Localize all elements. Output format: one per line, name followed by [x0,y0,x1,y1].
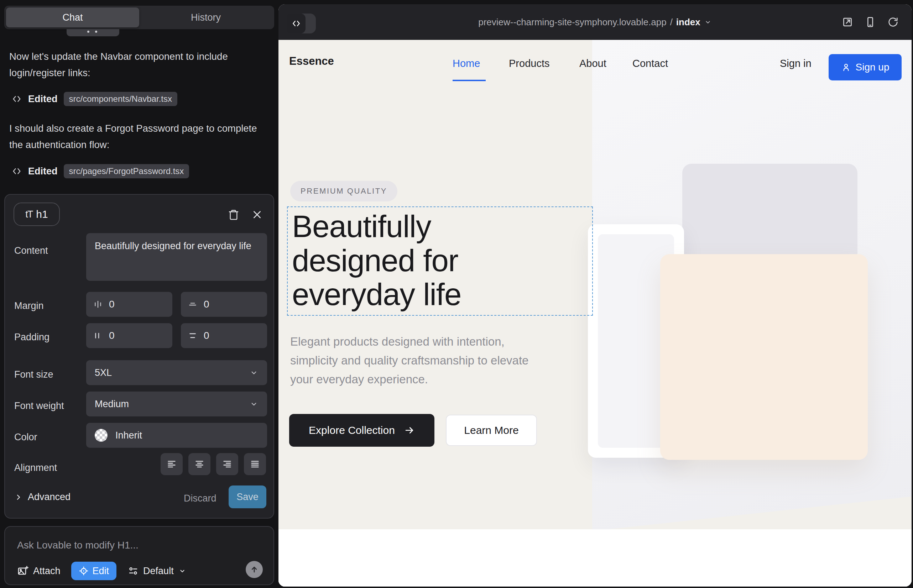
edited-file-row: Edited src/components/Navbar.tsx [11,92,177,106]
delete-element-button[interactable] [227,207,241,222]
chevron-down-icon [249,368,259,377]
hero-heading[interactable]: Beautifully designed for everyday life [292,209,534,312]
margin-x-icon [93,300,102,309]
chat-composer[interactable]: Ask Lovable to modify H1... Attach Edit … [4,526,274,585]
padding-x-icon [93,331,102,340]
chevron-down-icon [704,18,712,26]
composer-toolbar: Attach Edit Default [17,562,264,580]
edited-label: Edited [28,166,58,177]
align-center-button[interactable] [188,453,210,475]
nav-link-products[interactable]: Products [509,58,549,69]
typography-icon: tT [25,209,32,220]
close-editor-button[interactable] [250,207,264,222]
url-host: preview--charming-site-symphony.lovable.… [478,17,666,28]
target-icon [79,566,89,576]
url-bar[interactable]: preview--charming-site-symphony.lovable.… [278,4,911,40]
url-separator: / [670,17,673,28]
explore-collection-button[interactable]: Explore Collection [289,414,434,447]
color-label: Color [14,432,37,443]
padding-y-input[interactable]: 0 [181,323,267,348]
edited-file-row: Edited src/pages/ForgotPassword.tsx [11,164,189,178]
chevron-right-icon [14,493,23,501]
selected-element-tag: tT h1 [13,202,60,226]
margin-label: Margin [14,300,44,312]
attach-image-icon [17,565,29,577]
padding-y-icon [188,331,197,340]
open-external-button[interactable] [842,16,853,28]
next-section [278,529,911,586]
hero-description: Elegant products designed with intention… [290,333,550,389]
preview-topbar: preview--charming-site-symphony.lovable.… [278,4,911,40]
element-editor-panel: tT h1 Content Beautifully designed for e… [4,194,274,519]
chevron-down-icon [249,399,259,409]
file-chip[interactable]: src/components/Navbar.tsx [64,92,177,106]
site-logo[interactable]: Essence [289,55,334,68]
sidebar-tabbar: Chat History [4,6,274,29]
mode-selector[interactable]: Default [128,565,186,577]
align-justify-button[interactable] [244,453,266,475]
user-icon [841,62,851,72]
topbar-actions [842,4,899,40]
font-weight-select[interactable]: Medium [86,391,267,417]
discard-button[interactable]: Discard [184,493,217,504]
site-canvas: Essence Home Products About Contact Sign… [278,40,911,586]
align-left-button[interactable] [160,453,183,475]
truncated-chip [66,29,119,36]
alignment-group [160,453,266,475]
element-tag-label: h1 [36,208,48,220]
save-button[interactable]: Save [228,486,266,508]
font-size-label: Font size [14,369,53,380]
arrow-up-icon [249,564,259,575]
padding-label: Padding [14,332,50,343]
signin-link[interactable]: Sign in [780,58,811,69]
arrow-right-icon [404,425,415,436]
padding-x-input[interactable]: 0 [86,323,172,348]
chat-message: Now let's update the Navbar component to… [9,48,264,81]
url-page: index [676,17,701,28]
color-swatch [95,429,108,442]
color-select[interactable]: Inherit [86,423,267,448]
content-input[interactable]: Beautifully designed for everyday life [86,233,267,281]
composer-placeholder: Ask Lovable to modify H1... [17,540,139,551]
nav-active-underline [453,80,486,81]
nav-link-contact[interactable]: Contact [632,58,668,69]
chat-message: I should also create a Forgot Password p… [9,120,264,153]
tab-history[interactable]: History [139,8,272,27]
send-button[interactable] [246,561,263,578]
premium-quality-badge: PREMIUM QUALITY [290,181,397,202]
font-weight-label: Font weight [14,401,64,412]
file-chip[interactable]: src/pages/ForgotPassword.tsx [64,164,189,178]
edited-label: Edited [28,94,58,105]
attach-button[interactable]: Attach [17,565,60,577]
decorative-wedge [608,496,911,529]
decorative-card-cream [660,254,868,460]
mobile-view-button[interactable] [864,16,876,28]
learn-more-button[interactable]: Learn More [446,415,537,446]
font-size-select[interactable]: 5XL [86,360,267,385]
code-icon [11,94,22,104]
chevron-down-icon [178,567,186,575]
content-label: Content [14,245,48,256]
sliders-icon [128,565,139,576]
margin-x-input[interactable]: 0 [86,292,172,317]
preview-pane: preview--charming-site-symphony.lovable.… [278,4,911,586]
advanced-toggle[interactable]: Advanced [14,491,71,502]
edit-mode-button[interactable]: Edit [71,562,117,580]
selected-h1-outline[interactable]: Beautifully designed for everyday life [287,207,593,316]
margin-y-icon [188,300,197,309]
align-right-button[interactable] [216,453,238,475]
nav-link-home[interactable]: Home [453,58,480,69]
alignment-label: Alignment [14,462,57,473]
refresh-button[interactable] [887,16,899,28]
margin-y-input[interactable]: 0 [181,292,267,317]
tab-chat[interactable]: Chat [6,8,139,27]
nav-link-about[interactable]: About [580,58,606,69]
signup-button[interactable]: Sign up [829,54,902,81]
code-icon [11,166,22,176]
